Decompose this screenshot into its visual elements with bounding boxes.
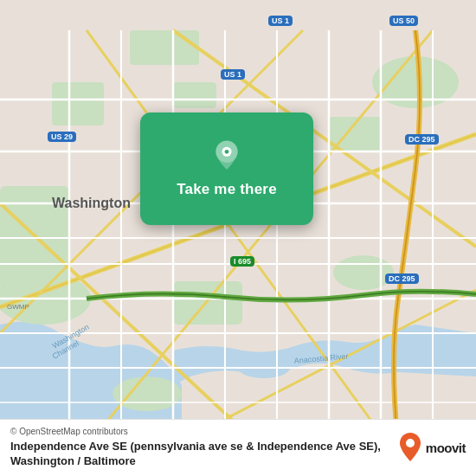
location-name: Independence Ave SE (pennsylvania ave se…: [10, 439, 389, 469]
badge-dc295-top: DC 295: [405, 134, 439, 145]
badge-i695: I 695: [230, 256, 254, 267]
moovit-pin-icon: [398, 432, 422, 463]
take-me-there-button[interactable]: Take me there: [140, 113, 313, 225]
svg-point-11: [113, 376, 182, 411]
badge-us1-mid: US 1: [221, 69, 245, 80]
take-me-label: Take me there: [177, 181, 277, 198]
svg-rect-6: [173, 82, 216, 108]
svg-text:Washington: Washington: [52, 196, 131, 210]
bottom-info: © OpenStreetMap contributors Independenc…: [10, 427, 389, 469]
svg-point-9: [333, 255, 394, 290]
svg-rect-4: [52, 82, 104, 125]
bottom-bar: © OpenStreetMap contributors Independenc…: [0, 419, 476, 476]
badge-us50: US 50: [389, 16, 418, 26]
moovit-logo: moovit: [398, 432, 466, 463]
svg-point-44: [225, 150, 229, 154]
osm-credit: © OpenStreetMap contributors: [10, 427, 389, 436]
svg-point-45: [406, 439, 415, 447]
map-container: Washington Washington Channel Anacostia …: [0, 0, 476, 476]
badge-us1-top: US 1: [268, 16, 293, 26]
badge-us29: US 29: [48, 132, 76, 142]
svg-rect-10: [173, 281, 242, 325]
badge-dc295-bottom: DC 295: [385, 273, 419, 284]
moovit-text: moovit: [426, 441, 466, 455]
svg-text:GWMP: GWMP: [7, 303, 29, 311]
location-pin-icon: [210, 139, 243, 172]
svg-rect-5: [130, 30, 199, 65]
